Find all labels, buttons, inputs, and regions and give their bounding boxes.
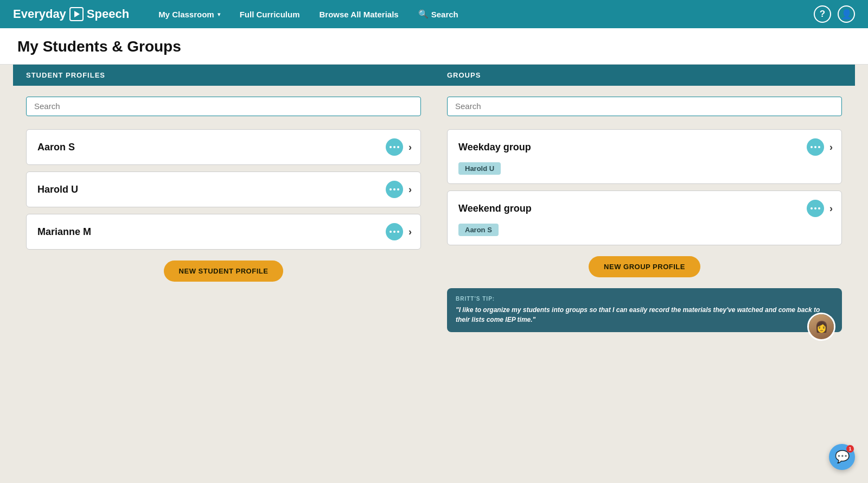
group-card-weekend-header: Weekend group › [458, 200, 833, 217]
student-dots-marianne[interactable] [386, 223, 403, 240]
group-card-weekend: Weekend group › Aaron S [447, 190, 842, 245]
students-search-wrapper [26, 97, 421, 116]
my-classroom-chevron: ▾ [218, 11, 220, 17]
groups-column: GROUPS Weekday group › [434, 65, 855, 357]
students-col-header: STUDENT PROFILES [13, 65, 434, 86]
students-search-input[interactable] [34, 101, 413, 111]
tip-box: BRITT'S TIP: "I like to organize my stud… [447, 288, 842, 332]
student-chevron-aaron[interactable]: › [409, 142, 412, 153]
main-content: STUDENT PROFILES Aaron S › Haro [0, 65, 868, 379]
nav-my-classroom[interactable]: My Classroom ▾ [151, 7, 228, 22]
student-name-marianne: Marianne M [37, 226, 91, 238]
nav-search[interactable]: 🔍 Search [411, 6, 466, 22]
new-student-profile-button[interactable]: NEW STUDENT PROFILE [164, 260, 284, 282]
student-name-aaron: Aaron S [37, 142, 75, 153]
group-card-weekday: Weekday group › Harold U [447, 129, 842, 184]
chat-button[interactable]: 💬 1 [829, 444, 855, 470]
student-actions-marianne: › [386, 223, 412, 240]
search-icon: 🔍 [418, 9, 429, 19]
student-chevron-marianne[interactable]: › [409, 226, 412, 238]
student-actions-aaron: › [386, 138, 412, 156]
group-name-weekend: Weekend group [458, 203, 532, 214]
student-actions-harold: › [386, 181, 412, 198]
tip-avatar-image: 👩 [809, 314, 834, 339]
students-column: STUDENT PROFILES Aaron S › Haro [13, 65, 434, 357]
groups-col-header: GROUPS [434, 65, 855, 86]
group-dots-weekday[interactable] [807, 138, 824, 156]
group-name-weekday: Weekday group [458, 142, 531, 153]
student-card-aaron: Aaron S › [26, 129, 421, 165]
tip-label: BRITT'S TIP: [456, 296, 833, 302]
chat-badge: 1 [846, 445, 854, 453]
brand-play-icon [69, 7, 84, 21]
user-icon: 👤 [841, 9, 852, 20]
students-col-body: Aaron S › Harold U › [13, 86, 434, 357]
student-name-harold: Harold U [37, 184, 78, 195]
new-group-profile-button[interactable]: NEW GROUP PROFILE [589, 256, 700, 277]
page-title: My Students & Groups [17, 38, 851, 55]
nav-browse-all[interactable]: Browse All Materials [312, 7, 406, 22]
groups-search-wrapper [447, 97, 842, 116]
group-chevron-weekend[interactable]: › [829, 203, 833, 214]
group-member-harold: Harold U [458, 162, 501, 175]
navbar: Everyday Speech My Classroom ▾ Full Curr… [0, 0, 868, 28]
student-card-marianne: Marianne M › [26, 214, 421, 250]
group-actions-weekday: › [807, 138, 833, 156]
brand-name-part1: Everyday [13, 7, 66, 21]
groups-search-input[interactable] [455, 101, 834, 111]
nav-links: My Classroom ▾ Full Curriculum Browse Al… [151, 6, 814, 22]
group-chevron-weekday[interactable]: › [829, 142, 833, 153]
student-dots-aaron[interactable] [386, 138, 403, 156]
page-header: My Students & Groups [0, 28, 868, 65]
tip-avatar: 👩 [807, 313, 835, 341]
group-dots-weekend[interactable] [807, 200, 824, 217]
student-dots-harold[interactable] [386, 181, 403, 198]
chat-icon: 💬 [835, 450, 850, 464]
groups-col-body: Weekday group › Harold U Weekend group [434, 86, 855, 357]
user-avatar-button[interactable]: 👤 [838, 5, 855, 23]
two-column-layout: STUDENT PROFILES Aaron S › Haro [13, 65, 855, 357]
student-card-harold: Harold U › [26, 171, 421, 207]
brand-name-part2: Speech [87, 7, 129, 21]
nav-user-icons: ? 👤 [814, 5, 855, 23]
tip-text: "I like to organize my students into gro… [456, 305, 833, 325]
nav-full-curriculum[interactable]: Full Curriculum [232, 7, 308, 22]
help-button[interactable]: ? [814, 5, 831, 23]
group-actions-weekend: › [807, 200, 833, 217]
group-member-aaron: Aaron S [458, 224, 499, 236]
brand-logo[interactable]: Everyday Speech [13, 7, 129, 21]
group-card-weekday-header: Weekday group › [458, 138, 833, 156]
student-chevron-harold[interactable]: › [409, 184, 412, 195]
